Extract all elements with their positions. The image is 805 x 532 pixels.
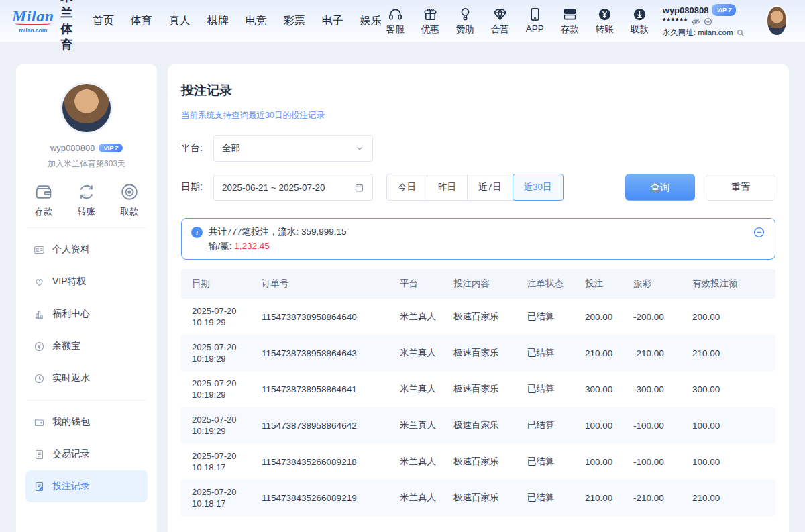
username: wyp080808 (663, 5, 709, 15)
user-avatar[interactable] (766, 5, 788, 36)
gem-icon (492, 7, 508, 22)
sidebar-item-transactions[interactable]: 交易记录 (25, 438, 148, 470)
brand-swoosh (15, 21, 51, 25)
range-yesterday-button[interactable]: 昨日 (427, 174, 468, 201)
sidebar-item-rebate[interactable]: 实时返水 (25, 362, 148, 394)
cell-datetime: 2025-07-2010:19:29 (181, 371, 256, 407)
quicklink-partner[interactable]: 合营 (486, 7, 514, 36)
coin-icon (34, 341, 45, 352)
cell-platform: 米兰真人 (394, 480, 448, 516)
topbar-quick-links: 客服 优惠 赞助 合营 (382, 7, 653, 36)
topbar: Milan milan.com 米兰体育 首页 体育 真人 棋牌 电竞 彩票 电… (0, 0, 805, 42)
deposit-icon (562, 7, 578, 22)
nav-esports[interactable]: 电竞 (246, 14, 267, 28)
sidebar-item-vip[interactable]: VIP特权 (25, 266, 148, 298)
action-withdraw[interactable]: 取款 (119, 182, 140, 218)
collapse-summary-icon[interactable] (753, 226, 765, 239)
quicklink-withdraw[interactable]: 取款 (626, 7, 653, 36)
cell-platform: 米兰真人 (394, 335, 448, 371)
cell-content: 极速百家乐 (448, 407, 522, 443)
magnifier-icon[interactable] (737, 29, 745, 37)
cell-platform: 米兰真人 (394, 407, 448, 443)
brand-logo[interactable]: Milan milan.com 米兰体育 (12, 0, 79, 53)
platform-select[interactable]: 全部 (213, 135, 373, 162)
range-today-button[interactable]: 今日 (386, 174, 427, 201)
table-row: 2025-07-2010:19:291154738738958864641米兰真… (181, 371, 775, 407)
refresh-balance-icon[interactable] (704, 17, 712, 26)
quicklink-transfer[interactable]: 转账 (591, 7, 619, 36)
cell-payout: -100.00 (628, 407, 687, 443)
cell-content: 极速百家乐 (448, 371, 522, 407)
nav-live[interactable]: 真人 (169, 14, 191, 28)
cell-order-no: 1154738435266089219 (256, 480, 394, 516)
headset-icon (388, 7, 403, 22)
cell-bet: 300.00 (580, 371, 628, 407)
cell-order-no: 1154738738958864642 (256, 407, 394, 443)
wallet-deposit-icon (34, 182, 54, 202)
date-label: 日期: (181, 181, 213, 193)
cell-status: 已结算 (522, 443, 580, 480)
cell-payout: -210.00 (628, 480, 687, 516)
gift-icon (423, 7, 438, 22)
id-card-icon (34, 244, 45, 256)
cell-bet: 200.00 (580, 299, 628, 335)
quicklink-support[interactable]: 客服 (382, 7, 409, 36)
nav-home[interactable]: 首页 (93, 14, 114, 28)
sidebar-avatar[interactable] (60, 82, 113, 134)
platform-label: 平台: (181, 142, 213, 154)
col-payout: 派彩 (628, 269, 687, 299)
quicklink-promos[interactable]: 优惠 (417, 7, 444, 36)
summary-banner: i 共计777笔投注，流水: 359,999.15 输/赢: 1,232.45 (181, 218, 775, 260)
nav-slots[interactable]: 电子 (322, 14, 343, 28)
bet-records-table: 日期 订单号 平台 投注内容 注单状态 投注 派彩 有效投注额 2025-07-… (181, 269, 775, 516)
reset-button[interactable]: 重置 (706, 174, 775, 201)
date-range-input[interactable]: 2025-06-21 ~ 2025-07-20 (213, 174, 373, 201)
cell-valid-bet: 210.00 (687, 480, 775, 516)
action-transfer[interactable]: 转账 (76, 182, 97, 218)
nav-sports[interactable]: 体育 (131, 14, 152, 28)
sidebar-item-welfare[interactable]: 福利中心 (25, 298, 148, 330)
sidebar-item-bet-records[interactable]: 投注记录 (25, 470, 148, 502)
masked-balance: ****** (663, 17, 688, 27)
nav-entertainment[interactable]: 娱乐 (360, 14, 382, 28)
sidebar-item-yuebao[interactable]: 余额宝 (25, 330, 148, 362)
table-header-row: 日期 订单号 平台 投注内容 注单状态 投注 派彩 有效投注额 (181, 269, 775, 299)
cell-platform: 米兰真人 (394, 371, 448, 407)
phone-icon (527, 7, 543, 22)
query-button[interactable]: 查询 (625, 174, 695, 201)
summary-winloss: 输/赢: 1,232.45 (209, 239, 347, 253)
bet-record-icon (34, 481, 45, 492)
bar-chart-icon (34, 309, 45, 320)
quicklink-app[interactable]: APP (521, 7, 549, 36)
cell-order-no: 1154738738958864643 (256, 335, 394, 371)
sidebar-quick-actions: 存款 转账 取款 (25, 182, 148, 218)
summary-totals: 共计777笔投注，流水: 359,999.15 (209, 225, 347, 239)
range-30days-button[interactable]: 近30日 (513, 174, 564, 201)
cell-status: 已结算 (522, 480, 580, 516)
cell-payout: -210.00 (628, 335, 687, 371)
quicklink-sponsor[interactable]: 赞助 (451, 7, 479, 36)
withdraw-icon (632, 7, 647, 22)
nav-cards[interactable]: 棋牌 (207, 14, 229, 28)
action-deposit[interactable]: 存款 (34, 182, 54, 218)
table-row: 2025-07-2010:19:291154738738958864643米兰真… (181, 335, 775, 371)
sidebar-vip-badge: VIP 7 (99, 144, 123, 152)
cell-datetime: 2025-07-2010:18:17 (181, 480, 256, 516)
sidebar-item-wallet[interactable]: 我的钱包 (25, 406, 148, 438)
quicklink-deposit[interactable]: 存款 (556, 7, 584, 36)
clock-icon (34, 373, 45, 384)
sidebar-menu: 个人资料 VIP特权 福利中心 (25, 233, 148, 502)
list-document-icon (34, 449, 45, 460)
cell-content: 极速百家乐 (448, 480, 522, 516)
sidebar-username: wyp080808 (50, 143, 95, 153)
col-status: 注单状态 (522, 269, 580, 299)
cell-order-no: 1154738738958864641 (256, 371, 394, 407)
page-title: 投注记录 (181, 82, 775, 99)
vip-badge: VIP 7 (712, 4, 736, 16)
eye-off-icon[interactable] (692, 17, 700, 26)
range-7days-button[interactable]: 近7日 (467, 174, 513, 201)
nav-lottery[interactable]: 彩票 (284, 14, 305, 28)
sidebar-item-profile[interactable]: 个人资料 (25, 233, 148, 266)
brand-cn-name: 米兰体育 (61, 0, 79, 53)
sidebar-divider (27, 400, 146, 401)
